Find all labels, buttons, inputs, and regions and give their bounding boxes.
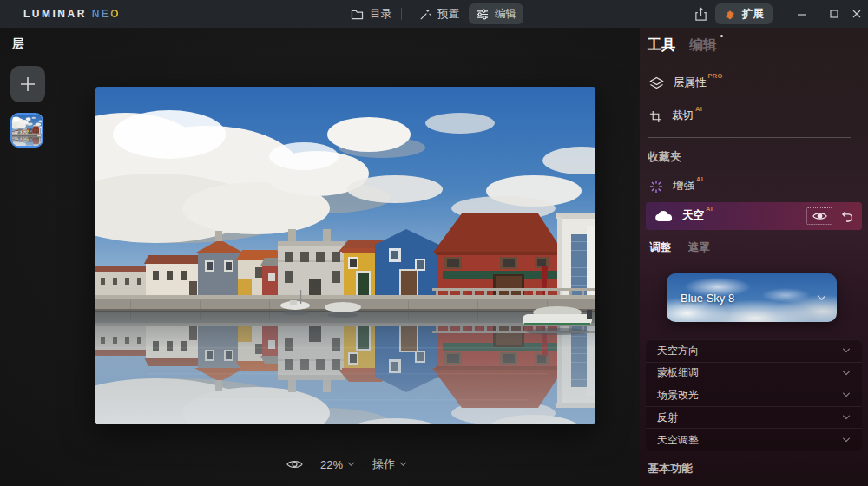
- tab-tools[interactable]: 工具: [648, 36, 675, 55]
- actions-menu[interactable]: 操作: [372, 456, 407, 472]
- chevron-down-icon: [842, 392, 851, 397]
- sparkle-icon: [649, 180, 663, 194]
- add-layer-button[interactable]: [10, 66, 45, 102]
- zoom-level-control[interactable]: 22%: [320, 458, 355, 471]
- canal-houses-photo: [95, 87, 595, 424]
- chevron-down-icon: [842, 348, 851, 353]
- minimize-icon: [797, 10, 806, 19]
- section-sky-orientation[interactable]: 天空方向: [646, 340, 862, 363]
- tab-edits[interactable]: 编辑: [689, 36, 717, 55]
- photo-viewport[interactable]: [95, 87, 595, 424]
- section-label: 蒙板细调: [657, 365, 699, 380]
- sky-preset-dropdown[interactable]: Blue Sky 8: [667, 273, 837, 322]
- chevron-down-icon: [842, 415, 851, 420]
- section-scene-relight[interactable]: 场景改光: [646, 384, 862, 407]
- visibility-toggle-button[interactable]: [806, 207, 832, 225]
- ai-badge: AI: [695, 105, 702, 113]
- tab-separator: [401, 8, 402, 20]
- chevron-down-icon: [842, 437, 851, 443]
- sky-sections-group: 天空方向 蒙板细调 场景改光 反射 天空调整: [646, 339, 862, 451]
- basic-functions-header: 基本功能: [648, 461, 693, 476]
- tab-edits-label: 编辑: [689, 37, 717, 52]
- tool-item-crop[interactable]: 裁切AI: [649, 107, 702, 126]
- sky-subtabs: 调整 遮罩: [649, 240, 710, 255]
- extensions-label: 扩展: [742, 7, 764, 22]
- chevron-down-icon: [347, 462, 355, 467]
- app-window: LUMINAR NEO 目录 预置 编辑 扩展: [0, 0, 868, 486]
- layer-thumbnail[interactable]: [10, 113, 43, 148]
- tool-label: 层属性PRO: [674, 76, 723, 90]
- subtab-adjust[interactable]: 调整: [649, 240, 671, 255]
- chevron-down-icon: [817, 295, 826, 301]
- pro-badge: PRO: [708, 72, 723, 80]
- divider: [648, 137, 851, 138]
- section-label: 反射: [657, 410, 678, 425]
- eye-icon: [286, 458, 303, 470]
- cloud-icon: [654, 210, 673, 222]
- tab-catalog-label: 目录: [370, 7, 391, 22]
- app-logo: LUMINAR NEO: [23, 8, 121, 20]
- crop-icon: [649, 110, 662, 123]
- tools-sidebar: 工具 编辑 层属性PRO 裁切AI 收藏夹 增强AI 天空AI 调整: [640, 28, 868, 486]
- tab-edit[interactable]: 编辑: [469, 3, 523, 24]
- zoom-level-value: 22%: [320, 458, 343, 471]
- title-bar: LUMINAR NEO 目录 预置 编辑 扩展: [0, 0, 868, 28]
- tool-label: 增强AI: [673, 179, 703, 194]
- layers-panel-title: 层: [12, 36, 24, 52]
- sky-preset-name: Blue Sky 8: [681, 292, 817, 305]
- section-label: 天空方向: [657, 344, 699, 358]
- share-export-icon: [694, 7, 707, 22]
- chevron-down-icon: [842, 371, 851, 376]
- close-button[interactable]: [844, 0, 868, 28]
- extensions-button[interactable]: 扩展: [715, 3, 773, 24]
- tab-catalog[interactable]: 目录: [344, 3, 398, 24]
- viewer-controls: 22% 操作: [286, 456, 407, 472]
- tool-label: 裁切AI: [672, 108, 702, 123]
- compare-button[interactable]: [286, 458, 303, 470]
- tool-item-layer-properties[interactable]: 层属性PRO: [649, 74, 723, 93]
- reset-icon[interactable]: [840, 210, 853, 223]
- sky-tool-label: 天空AI: [682, 208, 713, 223]
- tab-presets[interactable]: 预置: [411, 3, 466, 24]
- tab-presets-label: 预置: [437, 7, 459, 22]
- section-mask-refinement[interactable]: 蒙板细调: [646, 363, 862, 385]
- edited-indicator-dot: [720, 35, 723, 37]
- sidebar-header: 工具 编辑: [648, 36, 717, 55]
- minimize-button[interactable]: [788, 0, 814, 28]
- ai-badge: AI: [706, 205, 713, 213]
- puzzle-piece-icon: [724, 8, 736, 20]
- folder-icon: [351, 9, 364, 20]
- actions-menu-label: 操作: [372, 456, 395, 472]
- section-label: 天空调整: [657, 433, 699, 448]
- logo-luminar: LUMINAR: [23, 8, 87, 20]
- subtab-mask[interactable]: 遮罩: [688, 240, 710, 255]
- sliders-icon: [476, 9, 489, 20]
- editor-canvas[interactable]: [0, 28, 640, 486]
- tool-item-enhance[interactable]: 增强AI: [649, 177, 703, 196]
- plus-icon: [19, 76, 36, 93]
- layer-thumbnail-image: [12, 115, 42, 146]
- maximize-icon: [830, 10, 838, 18]
- tab-edit-label: 编辑: [495, 7, 516, 22]
- favorites-header: 收藏夹: [648, 149, 681, 165]
- logo-neo: NEO: [92, 8, 122, 20]
- section-reflection[interactable]: 反射: [646, 407, 862, 430]
- tool-item-sky-active[interactable]: 天空AI: [646, 202, 862, 230]
- layers-panel: 层: [0, 28, 56, 486]
- magic-wand-icon: [418, 8, 431, 21]
- chevron-down-icon: [399, 462, 407, 467]
- layers-icon: [649, 76, 664, 90]
- eye-icon: [812, 211, 827, 221]
- share-button[interactable]: [691, 5, 710, 23]
- section-sky-adjustments[interactable]: 天空调整: [646, 429, 862, 451]
- close-icon: [852, 10, 861, 18]
- section-label: 场景改光: [657, 388, 699, 403]
- ai-badge: AI: [696, 175, 703, 183]
